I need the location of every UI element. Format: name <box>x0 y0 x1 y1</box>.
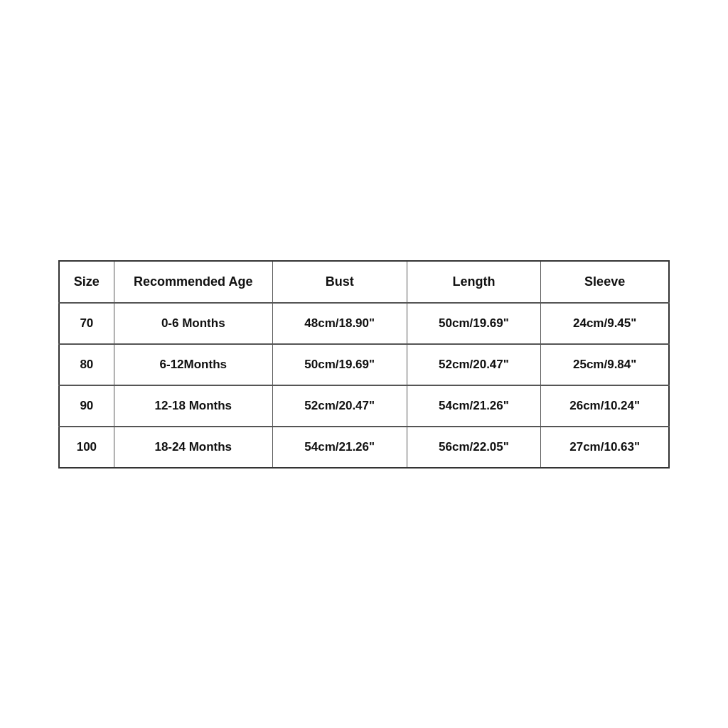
cell-size: 90 <box>59 385 114 427</box>
cell-size: 80 <box>59 344 114 385</box>
cell-length: 50cm/19.69" <box>407 303 541 344</box>
cell-length: 54cm/21.26" <box>407 385 541 427</box>
header-bust: Bust <box>272 261 407 303</box>
cell-bust: 50cm/19.69" <box>272 344 407 385</box>
cell-age: 0-6 Months <box>114 303 272 344</box>
cell-age: 12-18 Months <box>114 385 272 427</box>
header-size: Size <box>59 261 114 303</box>
cell-sleeve: 27cm/10.63" <box>541 427 669 468</box>
cell-size: 70 <box>59 303 114 344</box>
cell-age: 6-12Months <box>114 344 272 385</box>
table-row: 806-12Months50cm/19.69"52cm/20.47"25cm/9… <box>59 344 669 385</box>
cell-sleeve: 26cm/10.24" <box>541 385 669 427</box>
cell-sleeve: 25cm/9.84" <box>541 344 669 385</box>
table-row: 10018-24 Months54cm/21.26"56cm/22.05"27c… <box>59 427 669 468</box>
header-age: Recommended Age <box>114 261 272 303</box>
cell-length: 56cm/22.05" <box>407 427 541 468</box>
table-row: 9012-18 Months52cm/20.47"54cm/21.26"26cm… <box>59 385 669 427</box>
cell-sleeve: 24cm/9.45" <box>541 303 669 344</box>
header-sleeve: Sleeve <box>541 261 669 303</box>
header-length: Length <box>407 261 541 303</box>
cell-bust: 54cm/21.26" <box>272 427 407 468</box>
header-row: Size Recommended Age Bust Length Sleeve <box>59 261 669 303</box>
cell-age: 18-24 Months <box>114 427 272 468</box>
size-chart-container: Size Recommended Age Bust Length Sleeve … <box>58 260 670 469</box>
cell-size: 100 <box>59 427 114 468</box>
cell-length: 52cm/20.47" <box>407 344 541 385</box>
cell-bust: 52cm/20.47" <box>272 385 407 427</box>
size-chart-table: Size Recommended Age Bust Length Sleeve … <box>58 260 670 469</box>
cell-bust: 48cm/18.90" <box>272 303 407 344</box>
table-row: 700-6 Months48cm/18.90"50cm/19.69"24cm/9… <box>59 303 669 344</box>
